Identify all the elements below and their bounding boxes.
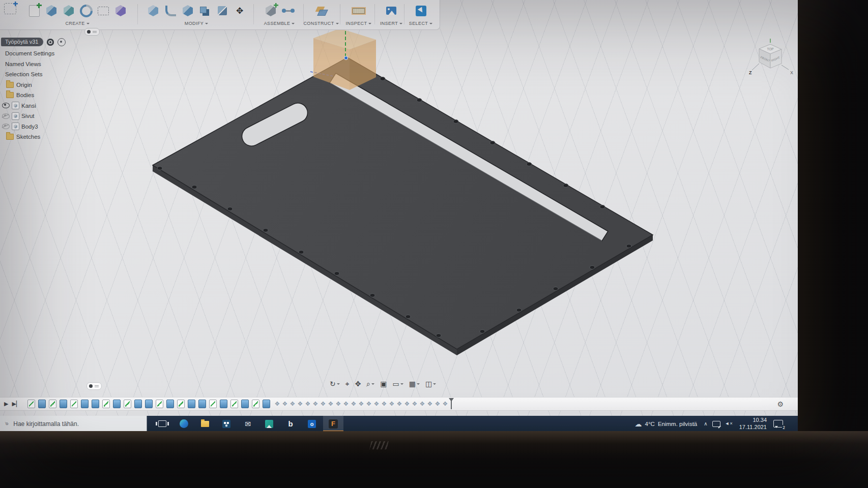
- timeline-feature-move[interactable]: ✥: [441, 401, 449, 407]
- timeline-feature-sketch[interactable]: [27, 400, 35, 408]
- browser-panel-handle[interactable]: [84, 28, 100, 36]
- press-pull-icon[interactable]: [146, 4, 160, 18]
- 3d-model-view[interactable]: [0, 0, 798, 431]
- browser-item-sketches[interactable]: Sketches: [1, 132, 93, 142]
- timeline-feature-sketch[interactable]: [49, 400, 56, 408]
- split-body-icon[interactable]: [215, 4, 229, 18]
- viewcube-x-axis-label[interactable]: X: [790, 70, 793, 75]
- joint-icon[interactable]: [281, 4, 295, 18]
- timeline-feature-move[interactable]: ✥: [433, 401, 441, 407]
- timeline-feature-move[interactable]: ✥: [372, 401, 380, 407]
- new-component-icon[interactable]: [264, 4, 278, 18]
- look-at-tool[interactable]: ⌖: [345, 380, 350, 387]
- timeline-feature-move[interactable]: ✥: [304, 401, 311, 407]
- task-view-button[interactable]: [152, 416, 172, 432]
- origin-point[interactable]: [344, 56, 348, 60]
- photos-app-button[interactable]: [259, 416, 279, 432]
- grid-and-snaps-tool[interactable]: ▦: [409, 380, 420, 387]
- timeline-feature-extrude[interactable]: [241, 400, 249, 408]
- tray-chevron-up-icon[interactable]: ∧: [704, 421, 707, 426]
- visibility-eye-off-icon[interactable]: [2, 124, 10, 129]
- timeline-feature-sketch[interactable]: [209, 400, 217, 408]
- timeline-feature-sketch[interactable]: [70, 400, 78, 408]
- timeline-feature-extrude[interactable]: [145, 400, 153, 408]
- fillet-icon[interactable]: [163, 4, 178, 18]
- display-settings-tool[interactable]: ▭: [392, 380, 403, 387]
- offset-plane-icon[interactable]: [314, 4, 328, 18]
- assemble-menu-button[interactable]: ASSEMBLE: [264, 21, 295, 26]
- shell-icon[interactable]: [181, 4, 195, 18]
- fit-tool[interactable]: ▣: [380, 380, 387, 387]
- timeline-feature-sketch[interactable]: [124, 400, 131, 408]
- taskbar-search-box[interactable]: ⌕: [0, 416, 147, 432]
- timeline-feature-move[interactable]: ✥: [296, 401, 304, 407]
- timeline-feature-move[interactable]: ✥: [418, 401, 426, 407]
- viewcube[interactable]: TOP FRONT RIGHT Z X: [744, 37, 795, 85]
- edge-app-button[interactable]: [173, 416, 194, 432]
- taskbar-clock[interactable]: 10.34 17.11.2021: [739, 417, 767, 430]
- timeline-feature-move[interactable]: ✥: [411, 401, 418, 407]
- plate-top-face[interactable]: [153, 57, 653, 349]
- activate-component-icon[interactable]: [57, 38, 66, 46]
- outlook-app-button[interactable]: o: [302, 416, 322, 432]
- action-center-icon[interactable]: 2: [773, 420, 783, 428]
- timeline-feature-move[interactable]: ✥: [342, 401, 350, 407]
- version-history-icon[interactable]: [47, 39, 54, 46]
- timeline-feature-move[interactable]: ✥: [273, 401, 281, 407]
- cylinder-icon[interactable]: [62, 4, 76, 18]
- create-sketch-icon[interactable]: [27, 4, 41, 18]
- timeline-feature-extrude[interactable]: [92, 400, 99, 408]
- inspect-menu-button[interactable]: INSPECT: [346, 21, 372, 26]
- measure-icon[interactable]: [352, 4, 366, 18]
- box-icon[interactable]: [44, 4, 59, 18]
- timeline-feature-extrude[interactable]: [81, 400, 89, 408]
- insert-canvas-icon[interactable]: [384, 4, 398, 18]
- modify-menu-button[interactable]: MODIFY: [185, 21, 208, 26]
- timeline-feature-extrude[interactable]: [38, 400, 46, 408]
- plate-body[interactable]: [153, 57, 653, 355]
- insert-menu-button[interactable]: INSERT: [380, 21, 402, 26]
- document-name-chip[interactable]: Työpöytä v31: [1, 38, 43, 46]
- create-form-icon[interactable]: [113, 4, 128, 18]
- pan-tool[interactable]: ✥: [355, 380, 361, 387]
- browser-item-named-views[interactable]: Named Views: [1, 59, 93, 70]
- move-copy-icon[interactable]: ✥: [233, 4, 247, 18]
- zoom-tool[interactable]: ⌕: [366, 380, 374, 387]
- timeline-play-button[interactable]: ▶: [4, 401, 8, 407]
- b-app-button[interactable]: b: [280, 416, 301, 432]
- sketch-rectangle-icon[interactable]: [96, 4, 110, 18]
- timeline-feature-move[interactable]: ✥: [380, 401, 388, 407]
- timeline-playhead[interactable]: [451, 399, 452, 409]
- timeline-feature-sketch[interactable]: [177, 400, 185, 408]
- fusion-360-app-button[interactable]: F: [323, 416, 343, 432]
- timeline-feature-sketch[interactable]: [102, 400, 110, 408]
- select-icon[interactable]: [414, 4, 428, 18]
- timeline-feature-extrude[interactable]: [198, 400, 206, 408]
- timeline-feature-sketch[interactable]: [156, 400, 163, 408]
- browser-item-body3[interactable]: Body3: [1, 121, 93, 132]
- browser-item-origin[interactable]: Origin: [1, 80, 93, 90]
- browser-item-selection-sets[interactable]: Selection Sets: [1, 69, 93, 80]
- browser-item-sivut[interactable]: Sivut: [1, 111, 93, 121]
- 3d-viewport-canvas[interactable]: [0, 0, 798, 431]
- timeline-feature-sketch[interactable]: [252, 400, 259, 408]
- create-menu-button[interactable]: CREATE: [65, 21, 89, 26]
- timeline-feature-move[interactable]: ✥: [311, 401, 319, 407]
- timeline-feature-extrude[interactable]: [134, 400, 142, 408]
- viewcube-z-axis-label[interactable]: Z: [749, 70, 752, 75]
- viewports-tool[interactable]: ◫: [425, 380, 436, 387]
- timeline-feature-extrude[interactable]: [263, 400, 270, 408]
- taskbar-weather[interactable]: ☁ 4°C Enimm. pilvistä: [635, 420, 698, 428]
- select-menu-button[interactable]: SELECT: [409, 21, 432, 26]
- timeline-feature-sketch[interactable]: [230, 400, 238, 408]
- timeline-feature-extrude[interactable]: [220, 400, 227, 408]
- taskbar-search-input[interactable]: [12, 420, 141, 428]
- timeline-feature-move[interactable]: ✥: [426, 401, 433, 407]
- file-explorer-button[interactable]: [195, 416, 215, 432]
- timeline-feature-extrude[interactable]: [60, 400, 67, 408]
- timeline-skip-to-end-button[interactable]: ▶▏: [12, 401, 20, 407]
- visibility-eye-icon[interactable]: [2, 103, 10, 108]
- timeline-feature-extrude[interactable]: [166, 400, 174, 408]
- construct-menu-button[interactable]: CONSTRUCT: [303, 21, 338, 26]
- pen-display-icon[interactable]: [712, 421, 720, 427]
